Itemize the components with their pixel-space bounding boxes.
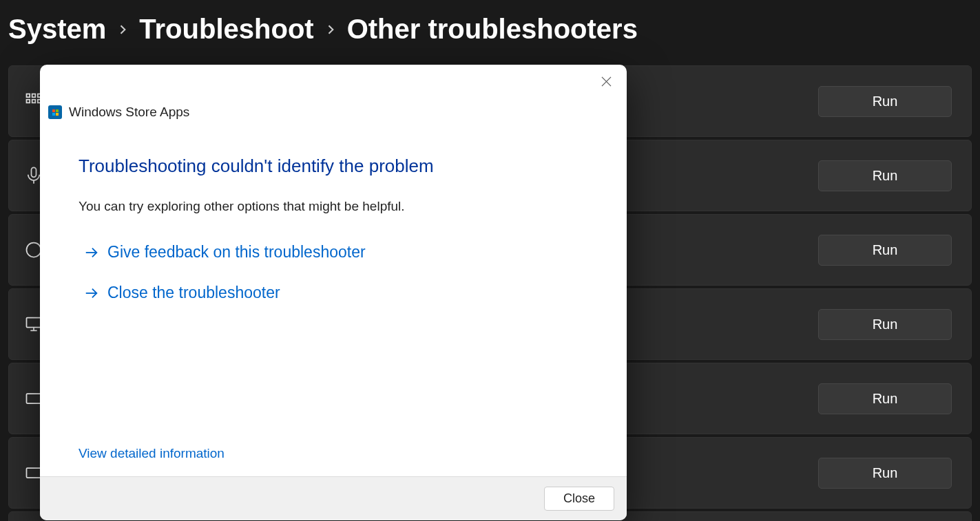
run-button[interactable]: Run bbox=[818, 383, 952, 414]
svg-rect-4 bbox=[32, 100, 36, 103]
breadcrumb-current: Other troubleshooters bbox=[347, 14, 638, 45]
dialog-app-name: Windows Store Apps bbox=[69, 105, 189, 120]
svg-rect-3 bbox=[27, 100, 30, 103]
dialog-footer: Close bbox=[40, 476, 627, 520]
action-label: Close the troubleshooter bbox=[107, 284, 280, 302]
run-button[interactable]: Run bbox=[818, 86, 952, 117]
close-troubleshooter-link[interactable]: Close the troubleshooter bbox=[84, 284, 588, 302]
run-button[interactable]: Run bbox=[818, 235, 952, 266]
svg-rect-13 bbox=[27, 468, 41, 478]
run-button[interactable]: Run bbox=[818, 160, 952, 191]
svg-rect-12 bbox=[27, 394, 41, 403]
svg-rect-1 bbox=[32, 94, 36, 98]
chevron-right-icon bbox=[324, 23, 337, 41]
run-button[interactable]: Run bbox=[818, 458, 952, 489]
arrow-right-icon bbox=[84, 245, 99, 260]
breadcrumb-system[interactable]: System bbox=[8, 14, 106, 45]
svg-point-8 bbox=[27, 243, 41, 257]
dialog-title: Troubleshooting couldn't identify the pr… bbox=[79, 156, 588, 177]
arrow-right-icon bbox=[84, 286, 99, 301]
dialog-header: Windows Store Apps bbox=[40, 65, 627, 120]
give-feedback-link[interactable]: Give feedback on this troubleshooter bbox=[84, 243, 588, 262]
svg-rect-9 bbox=[27, 318, 41, 328]
breadcrumb: System Troubleshoot Other troubleshooter… bbox=[0, 0, 980, 65]
close-icon[interactable] bbox=[601, 76, 612, 87]
chevron-right-icon bbox=[116, 23, 129, 41]
view-detailed-info-link[interactable]: View detailed information bbox=[79, 446, 225, 461]
breadcrumb-troubleshoot[interactable]: Troubleshoot bbox=[139, 14, 313, 45]
windows-store-icon bbox=[48, 105, 62, 119]
action-label: Give feedback on this troubleshooter bbox=[107, 243, 366, 262]
dialog-body: Troubleshooting couldn't identify the pr… bbox=[40, 120, 627, 476]
svg-rect-6 bbox=[32, 167, 37, 177]
svg-rect-0 bbox=[27, 94, 30, 98]
close-button[interactable]: Close bbox=[544, 487, 614, 511]
run-button[interactable]: Run bbox=[818, 309, 952, 340]
dialog-subtext: You can try exploring other options that… bbox=[79, 199, 588, 214]
troubleshooter-dialog: Windows Store Apps Troubleshooting could… bbox=[40, 65, 627, 520]
